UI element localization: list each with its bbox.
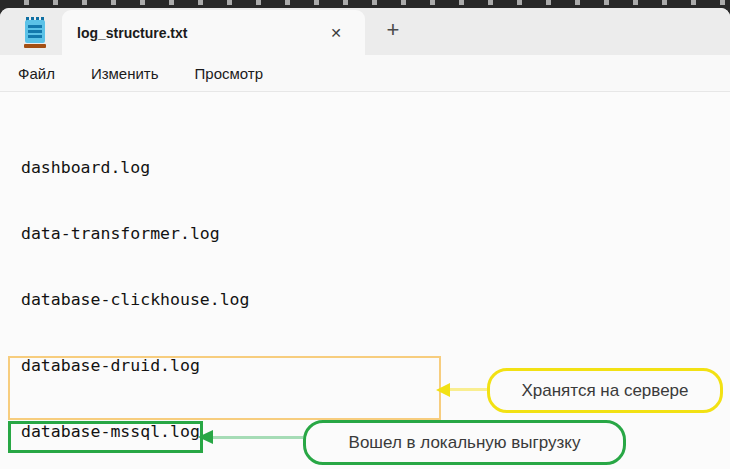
menu-view[interactable]: Просмотр: [195, 65, 264, 82]
notepad-icon: [24, 17, 46, 48]
menu-edit[interactable]: Изменить: [91, 65, 159, 82]
notepad-window: log_structure.txt ✕ + Файл Изменить Прос…: [0, 8, 730, 469]
file-line: database-druid.log: [21, 355, 418, 377]
server-arrow-shaft: [450, 388, 487, 391]
file-line: database-clickhouse.log: [21, 289, 418, 311]
server-callout-label: Хранятся на сервере: [521, 381, 688, 401]
local-arrow-shaft: [213, 436, 303, 439]
menu-file[interactable]: Файл: [18, 65, 55, 82]
new-tab-button[interactable]: +: [378, 15, 408, 45]
menu-bar: Файл Изменить Просмотр: [0, 55, 730, 92]
server-callout: Хранятся на сервере: [487, 368, 723, 413]
active-tab[interactable]: log_structure.txt ✕: [62, 10, 365, 55]
file-line: data-transformer.log: [21, 223, 418, 245]
server-arrow-icon: [436, 383, 450, 397]
file-line: dashboard.log: [21, 157, 418, 179]
local-callout: Вошел в локальную выгрузку: [303, 420, 626, 465]
local-arrow-icon: [198, 430, 213, 444]
tab-bar: log_structure.txt ✕ +: [0, 8, 730, 55]
file-list: dashboard.log data-transformer.log datab…: [21, 113, 418, 469]
local-callout-label: Вошел в локальную выгрузку: [349, 433, 581, 453]
cropped-window-above: [0, 0, 730, 8]
tab-title: log_structure.txt: [77, 25, 323, 41]
close-tab-icon[interactable]: ✕: [323, 20, 349, 46]
text-area[interactable]: dashboard.log data-transformer.log datab…: [0, 92, 730, 469]
